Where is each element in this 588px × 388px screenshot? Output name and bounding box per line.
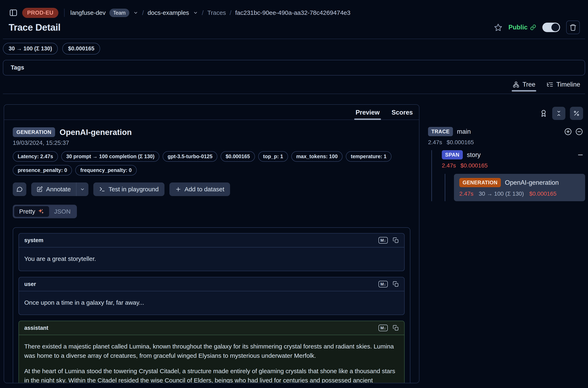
bookmark-star-button[interactable] bbox=[494, 23, 502, 31]
max-tokens-badge: max_tokens: 100 bbox=[291, 151, 343, 162]
trace-badge: TRACE bbox=[428, 127, 453, 136]
message-tools: M↓ bbox=[379, 325, 399, 331]
tree-node-generation-selected[interactable]: GENERATION OpenAI-generation 2.47s 30 → … bbox=[454, 174, 585, 201]
test-in-playground-button[interactable]: Test in playground bbox=[93, 182, 164, 196]
trace-detail-page: PROD-EU langfuse-dev Team / docs-example… bbox=[0, 0, 588, 388]
trace-cost: $0.000165 bbox=[447, 139, 474, 146]
page-title: Trace Detail bbox=[9, 22, 60, 33]
environment-badge[interactable]: PROD-EU bbox=[22, 8, 58, 18]
minus-icon bbox=[577, 151, 584, 158]
format-pretty-segment[interactable]: Pretty bbox=[14, 206, 49, 217]
scores-award-button[interactable] bbox=[540, 109, 548, 118]
breadcrumb-traces[interactable]: Traces bbox=[207, 9, 226, 16]
award-icon bbox=[540, 109, 548, 118]
span-metrics: 2.47s $0.000165 bbox=[442, 162, 585, 169]
title-actions: Public bbox=[494, 21, 580, 34]
circle-minus-icon[interactable] bbox=[575, 128, 583, 136]
tags-field[interactable]: Tags bbox=[3, 60, 585, 75]
message-content: Once upon a time in a galaxy far, far aw… bbox=[19, 291, 404, 315]
trace-children: SPAN story 2.47s $0.000165 GENERATION bbox=[431, 150, 585, 201]
breadcrumb-slash: / bbox=[230, 9, 231, 17]
presence-penalty-badge: presence_penalty: 0 bbox=[13, 165, 72, 175]
generation-metrics: 2.47s 30 → 100 (Σ 130) $0.000165 bbox=[459, 191, 580, 197]
delete-trace-button[interactable] bbox=[566, 21, 580, 34]
chevron-down-icon[interactable] bbox=[133, 10, 138, 15]
message-paragraph: At the heart of Lumina stood the towerin… bbox=[24, 366, 399, 383]
chevron-down-icon bbox=[80, 187, 85, 192]
fold-vertical-icon bbox=[556, 110, 562, 117]
public-link-button[interactable]: Public bbox=[508, 24, 536, 31]
tree-node-trace[interactable]: TRACE main bbox=[428, 127, 585, 136]
tree-zoom-controls bbox=[564, 128, 585, 136]
tree-icon bbox=[513, 81, 520, 88]
metrics-percent-button[interactable] bbox=[570, 107, 583, 120]
breadcrumb-slash: / bbox=[142, 9, 144, 17]
observation-card: Preview Scores GENERATION OpenAI-generat… bbox=[4, 104, 419, 383]
annotate-button[interactable]: Annotate bbox=[31, 182, 76, 196]
chevron-down-icon[interactable] bbox=[193, 10, 198, 15]
comments-button[interactable] bbox=[13, 182, 26, 196]
message-assistant: assistant M↓ There existed a majestic pl… bbox=[19, 321, 405, 383]
tree-toolbar bbox=[428, 107, 585, 120]
span-cost: $0.000165 bbox=[460, 162, 488, 169]
format-json-segment[interactable]: JSON bbox=[49, 206, 75, 217]
breadcrumb: langfuse-dev Team / docs-examples / Trac… bbox=[70, 9, 350, 17]
main-content: Preview Scores GENERATION OpenAI-generat… bbox=[0, 94, 588, 383]
add-to-dataset-button[interactable]: Add to dataset bbox=[169, 182, 230, 196]
plus-icon bbox=[175, 186, 181, 192]
link-icon bbox=[530, 24, 536, 30]
format-toggle: Pretty JSON bbox=[13, 205, 77, 218]
view-tabs: Tree Timeline bbox=[3, 75, 585, 94]
breadcrumb-separator-bar bbox=[64, 9, 65, 17]
message-header: system M↓ bbox=[19, 234, 404, 247]
breadcrumb-project[interactable]: docs-examples bbox=[148, 9, 189, 16]
message-paragraph: Once upon a time in a galaxy far, far aw… bbox=[24, 298, 399, 307]
message-content: You are a great storyteller. bbox=[19, 247, 404, 271]
cost-badge: $0.000165 bbox=[221, 151, 255, 162]
markdown-toggle-icon[interactable]: M↓ bbox=[379, 237, 388, 243]
trace-latency: 2.47s bbox=[428, 139, 442, 146]
annotate-split-button: Annotate bbox=[31, 182, 89, 196]
top-p-badge: top_p: 1 bbox=[258, 151, 288, 162]
copy-icon[interactable] bbox=[393, 281, 399, 287]
observation-badges: Latency: 2.47s 30 prompt → 100 completio… bbox=[13, 151, 410, 175]
edit-icon bbox=[37, 186, 43, 192]
breadcrumb-org[interactable]: langfuse-dev bbox=[70, 9, 106, 16]
comment-icon bbox=[16, 186, 23, 193]
span-badge: SPAN bbox=[442, 150, 463, 159]
collapse-node-button[interactable] bbox=[577, 151, 585, 158]
copy-icon[interactable] bbox=[393, 325, 399, 331]
pretty-label: Pretty bbox=[19, 208, 35, 215]
markdown-toggle-icon[interactable]: M↓ bbox=[379, 281, 388, 287]
copy-icon[interactable] bbox=[393, 237, 399, 243]
temperature-badge: temperature: 1 bbox=[346, 151, 391, 162]
star-icon bbox=[494, 23, 502, 31]
tab-tree[interactable]: Tree bbox=[513, 81, 535, 91]
annotate-dropdown-button[interactable] bbox=[76, 182, 89, 196]
circle-plus-icon[interactable] bbox=[564, 128, 572, 136]
span-name: story bbox=[467, 151, 481, 159]
tab-timeline[interactable]: Timeline bbox=[546, 81, 580, 91]
message-user: user M↓ Once upon a time in a galaxy far… bbox=[19, 277, 405, 315]
trace-metrics: 2.47s $0.000165 bbox=[428, 139, 585, 146]
tab-preview[interactable]: Preview bbox=[356, 109, 380, 120]
message-tools: M↓ bbox=[379, 281, 399, 287]
observation-header: GENERATION OpenAI-generation bbox=[13, 127, 410, 137]
org-type-badge: Team bbox=[109, 9, 129, 17]
panel-tabs: Preview Scores bbox=[4, 105, 419, 120]
tab-scores[interactable]: Scores bbox=[392, 109, 413, 120]
tree-node-span[interactable]: SPAN story bbox=[442, 150, 585, 159]
model-badge: gpt-3.5-turbo-0125 bbox=[163, 151, 217, 162]
public-toggle-switch[interactable] bbox=[542, 23, 560, 32]
token-usage-badge: 30 → 100 (Σ 130) bbox=[3, 43, 58, 54]
message-tools: M↓ bbox=[379, 237, 399, 243]
collapse-all-button[interactable] bbox=[552, 107, 565, 120]
sparkles-icon bbox=[38, 208, 44, 215]
message-header: assistant M↓ bbox=[19, 321, 404, 335]
markdown-toggle-icon[interactable]: M↓ bbox=[379, 325, 388, 331]
message-content: There existed a majestic planet called L… bbox=[19, 335, 404, 383]
observation-timestamp: 19/03/2024, 15:25:37 bbox=[13, 140, 410, 146]
message-system: system M↓ You are a great storyteller. bbox=[19, 233, 405, 271]
sidebar-toggle-button[interactable] bbox=[9, 8, 18, 17]
span-children: GENERATION OpenAI-generation 2.47s 30 → … bbox=[445, 174, 585, 201]
